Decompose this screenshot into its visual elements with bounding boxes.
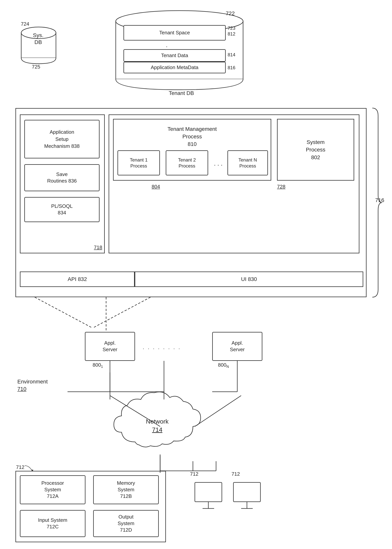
processor-box: ProcessorSystem712A xyxy=(20,475,85,504)
tenant2-label: Tenant 2Process xyxy=(178,157,196,169)
environment-label: Environment xyxy=(17,378,48,385)
serverN-line xyxy=(212,361,251,400)
svg-rect-19 xyxy=(195,482,222,502)
main-server-box: ApplicationSetupMechanism 838 SaveRoutin… xyxy=(15,108,367,297)
memory-box: MemorySystem712B xyxy=(93,475,159,504)
label-728: 728 xyxy=(277,183,285,190)
app-metadata-label: Application MetaData xyxy=(151,64,198,71)
server-network-line xyxy=(110,361,168,400)
system-process-label: SystemProcess802 xyxy=(306,138,325,161)
tenantN-box: Tenant NProcess xyxy=(227,150,268,176)
label-725: 725 xyxy=(32,64,40,70)
server-dots: · · · · · · · · xyxy=(143,345,181,352)
input-box: Input System712C xyxy=(20,510,85,537)
sys-db-label: Sys. DB xyxy=(23,32,54,46)
label-723: 723 xyxy=(228,25,235,31)
cloud-computer-line xyxy=(158,454,162,473)
label-814: 814 xyxy=(228,52,235,58)
appl-server1-label: Appl.Server xyxy=(103,340,118,353)
dashed-lines xyxy=(15,297,189,336)
label-812: 812 xyxy=(228,31,235,37)
save-routines-label: SaveRoutines 836 xyxy=(47,171,77,184)
label-712-3: 712 xyxy=(231,471,240,477)
pl-soql-box: PL/SOQL834 xyxy=(24,197,99,222)
app-setup-box: ApplicationSetupMechanism 838 xyxy=(24,120,99,158)
tenant-space-box: Tenant Space xyxy=(123,25,226,41)
tenant1-label: Tenant 1Process xyxy=(130,157,147,169)
processor-label: ProcessorSystem712A xyxy=(41,480,64,500)
dots-tenant: · · · xyxy=(214,161,222,169)
svg-line-28 xyxy=(110,396,160,426)
svg-line-29 xyxy=(195,396,241,426)
svg-rect-22 xyxy=(233,482,260,502)
device2 xyxy=(231,480,262,511)
api-box: API 832 xyxy=(20,272,135,287)
input-label: Input System712C xyxy=(38,517,67,530)
label-724: 724 xyxy=(21,21,29,28)
computer-box: 712 ProcessorSystem712A MemorySystem712B… xyxy=(15,471,166,542)
environment-num: 710 xyxy=(17,386,26,393)
ui-label: UI 830 xyxy=(241,276,257,283)
ui-box: UI 830 xyxy=(135,272,363,287)
tenant-mgmt-label: Tenant ManagementProcess810 xyxy=(114,125,271,148)
lines-to-cloud xyxy=(108,396,262,434)
tenant-data-label: Tenant Data xyxy=(161,52,188,59)
tenant2-box: Tenant 2Process xyxy=(166,150,208,176)
label-722: 722 xyxy=(226,10,235,17)
tenant-mgmt-box: Tenant ManagementProcess810 Tenant 1Proc… xyxy=(113,119,271,181)
app-setup-label: ApplicationSetupMechanism 838 xyxy=(44,128,80,149)
svg-line-4 xyxy=(35,297,93,328)
svg-line-5 xyxy=(93,297,150,328)
right-sub-box: Tenant ManagementProcess810 Tenant 1Proc… xyxy=(109,114,359,253)
pl-soql-label: PL/SOQL834 xyxy=(51,203,73,216)
sys-db-cylinder xyxy=(19,25,58,68)
output-box: OutputSystem712D xyxy=(93,510,159,537)
label-816: 816 xyxy=(228,65,235,71)
diagram: 716 722 Tenant Space 723 812 · Tenant Da… xyxy=(0,0,392,549)
label-716: 716 xyxy=(375,197,384,204)
appl-serverN-label: Appl.Server xyxy=(230,340,245,353)
label-718: 718 xyxy=(94,244,102,251)
tenant-db-text: Tenant DB xyxy=(135,90,228,97)
label-712-1: 712 xyxy=(16,464,24,471)
vert-line-1 xyxy=(104,297,108,336)
svg-marker-18 xyxy=(31,470,33,472)
api-ui-bar: API 832 UI 830 xyxy=(20,272,363,287)
appl-server1-box: Appl.Server xyxy=(85,332,135,361)
left-sub-box-718: ApplicationSetupMechanism 838 SaveRoutin… xyxy=(20,114,105,253)
dots-1: · xyxy=(166,42,168,50)
tenant1-box: Tenant 1Process xyxy=(118,150,160,176)
tenantN-label: Tenant NProcess xyxy=(238,157,257,169)
tenant-space-label: Tenant Space xyxy=(159,29,190,36)
appl-serverN-box: Appl.Server xyxy=(212,332,262,361)
api-label: API 832 xyxy=(68,276,87,283)
device1 xyxy=(193,480,224,511)
system-process-box: SystemProcess802 xyxy=(277,119,354,181)
label-712-2: 712 xyxy=(190,471,198,477)
label-804: 804 xyxy=(152,183,160,190)
tenant-data-box: Tenant Data xyxy=(123,49,226,62)
app-metadata-box: Application MetaData xyxy=(123,62,226,73)
save-routines-box: SaveRoutines 836 xyxy=(24,164,99,191)
output-label: OutputSystem712D xyxy=(118,514,134,533)
memory-label: MemorySystem712B xyxy=(117,480,135,500)
